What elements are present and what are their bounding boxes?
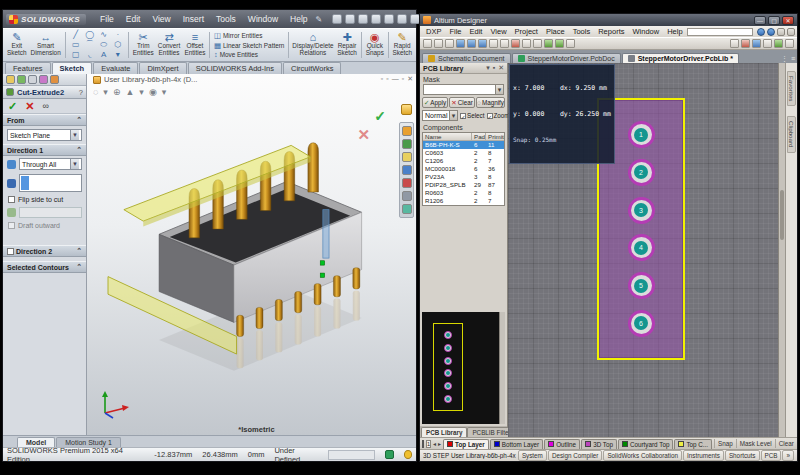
menu-item[interactable]: Project <box>511 27 542 36</box>
display-style-icon[interactable]: ▾ <box>139 87 144 97</box>
direction-reference-field[interactable] <box>19 174 82 192</box>
zoom-area-icon[interactable]: ▾ <box>103 87 108 97</box>
pad[interactable]: 2 <box>628 159 655 186</box>
cross-select-icon[interactable] <box>566 39 575 48</box>
section-view-icon[interactable]: ⊕ <box>113 87 121 97</box>
view-palette-icon[interactable] <box>402 165 412 175</box>
preview-scrollbar[interactable] <box>499 312 505 424</box>
cancel-button[interactable]: ✕ <box>25 100 34 113</box>
arc-tool-icon[interactable]: ⌒ <box>83 40 96 50</box>
status-help-icon[interactable] <box>404 450 412 459</box>
preview-icon[interactable]: ∞ <box>42 101 48 111</box>
redo-icon[interactable] <box>555 39 564 48</box>
direction2-section-header[interactable]: Direction 2 ⌃ <box>3 245 86 257</box>
undo-icon[interactable] <box>544 39 553 48</box>
custom-properties-icon[interactable] <box>402 191 412 201</box>
open-icon[interactable] <box>423 39 432 48</box>
status-panel-button[interactable]: PCB <box>761 450 782 461</box>
zoom-fit-icon[interactable] <box>478 39 487 48</box>
ellipse-tool-icon[interactable]: ⬭ <box>97 40 110 50</box>
mask-filter-input[interactable]: ▾ <box>423 84 504 95</box>
status-panel-button[interactable]: Instruments <box>683 450 724 461</box>
smart-dimension-button[interactable]: ↔ Smart Dimension <box>29 30 63 60</box>
menu-item[interactable]: Window <box>628 27 663 36</box>
dimxpert-tab-icon[interactable] <box>39 75 48 84</box>
menu-item[interactable]: Insert <box>177 12 210 26</box>
linear-pattern-button[interactable]: ▦ Linear Sketch Pattern <box>214 41 285 50</box>
draft-angle-field[interactable] <box>19 207 82 218</box>
ribbon-tab[interactable]: Features <box>5 62 51 74</box>
pad[interactable]: 6 <box>628 310 655 337</box>
tag-icon[interactable] <box>385 450 393 459</box>
component-row[interactable]: C0603 2 8 <box>423 149 504 157</box>
layer-bar-extra-button[interactable]: Snap <box>714 439 736 448</box>
flip-side-checkbox[interactable]: Flip side to cut <box>8 196 81 203</box>
menu-item[interactable]: DXP <box>422 27 445 36</box>
quick-snaps-button[interactable]: ◉ Quick Snaps <box>364 30 386 60</box>
trim-entities-button[interactable]: ✂ Trim Entities <box>131 30 156 60</box>
document-tab[interactable]: StepperMotorDriver.PcbLib * <box>622 53 739 63</box>
offset-entities-button[interactable]: ≡ Offset Entities <box>182 30 207 60</box>
solidworks-resources-icon[interactable] <box>402 126 412 136</box>
clear-button[interactable]: ✕ Clear <box>449 97 475 108</box>
doc-close-icon[interactable]: ✕ <box>407 75 413 83</box>
string-tool-icon[interactable] <box>763 39 772 48</box>
draft-outward-checkbox[interactable]: Draft outward <box>8 222 81 229</box>
component-row[interactable]: MC000018 6 36 <box>423 165 504 173</box>
menu-item[interactable]: Tools <box>569 27 595 36</box>
column-name[interactable]: Name <box>423 133 472 140</box>
layer-tab[interactable]: Top C... <box>674 439 712 449</box>
back-icon[interactable] <box>757 28 765 36</box>
status-panel-button[interactable]: System <box>518 450 547 461</box>
close-button[interactable]: ✕ <box>782 16 794 25</box>
ribbon-tab[interactable]: SOLIDWORKS Add-Ins <box>188 62 282 74</box>
undo-icon[interactable] <box>384 14 394 24</box>
ribbon-tab[interactable]: CircuitWorks <box>283 62 341 74</box>
minimize-button[interactable]: — <box>754 16 766 25</box>
display-delete-relations-button[interactable]: ⌂ Display/Delete Relations <box>291 30 335 60</box>
polygon-tool-icon[interactable]: ⬡ <box>111 40 124 50</box>
doc-minimize-icon[interactable]: ▫ <box>381 75 383 83</box>
menu-item[interactable]: Help <box>663 27 686 36</box>
ribbon-tab[interactable]: Evaluate <box>93 62 138 74</box>
slot-tool-icon[interactable]: ▢ <box>69 50 82 60</box>
component-row[interactable]: PDIP28_SPLB 29 87 <box>423 181 504 189</box>
text-tool-icon[interactable]: A <box>97 50 110 60</box>
menu-item[interactable]: Tools <box>210 12 242 26</box>
design-library-icon[interactable] <box>402 139 412 149</box>
layer-bar-extra-button[interactable]: Mask Level <box>736 439 775 448</box>
menu-item[interactable]: File <box>445 27 465 36</box>
display-manager-tab-icon[interactable] <box>50 75 59 84</box>
component-row[interactable]: C1206 2 7 <box>423 157 504 165</box>
pad[interactable]: 5 <box>628 272 655 299</box>
pad[interactable]: 3 <box>628 197 655 224</box>
menu-item[interactable]: Edit <box>120 12 147 26</box>
appearance-icon[interactable]: ▾ <box>162 87 167 97</box>
status-panel-button[interactable]: Shortcuts <box>725 450 760 461</box>
doc-restore-icon[interactable]: ▫ <box>386 75 388 83</box>
circle-tool-icon[interactable]: ◯ <box>83 30 96 40</box>
view-orientation-icon[interactable]: ▲ <box>125 87 134 97</box>
zoom-checkbox[interactable]: ✓ Zoom <box>487 112 510 119</box>
zoom-fit-icon[interactable]: ◌ <box>93 87 98 97</box>
component-row[interactable]: B6B-PH-K-S 6 11 <box>423 141 504 149</box>
panel-tab[interactable]: PCB Library <box>421 427 467 437</box>
menu-item[interactable]: Window <box>242 12 284 26</box>
from-plane-select[interactable]: Sketch Plane ▾ <box>7 129 82 141</box>
hide-show-icon[interactable]: ◉ <box>149 87 157 97</box>
featuremanager-tab-icon[interactable] <box>6 75 15 84</box>
select-icon[interactable] <box>522 39 531 48</box>
component-row[interactable]: R0603 2 8 <box>423 189 504 197</box>
move-entities-button[interactable]: ↕ Move Entities <box>214 50 285 59</box>
menu-item[interactable]: File <box>94 12 120 26</box>
select-icon[interactable] <box>397 14 407 24</box>
side-panel-tab[interactable]: Favorites <box>787 71 796 106</box>
document-tab[interactable]: Schematic Document <box>422 53 511 63</box>
via-tool-icon[interactable] <box>752 39 761 48</box>
editor-scrollbar[interactable] <box>778 63 785 437</box>
direction1-section-header[interactable]: Direction 1 ⌃ <box>3 144 86 156</box>
save-icon[interactable] <box>434 39 443 48</box>
pad-tool-icon[interactable] <box>741 39 750 48</box>
repair-sketch-button[interactable]: ✚ Repair Sketch <box>335 30 359 60</box>
fillet-tool-icon[interactable]: ◟ <box>83 50 96 60</box>
